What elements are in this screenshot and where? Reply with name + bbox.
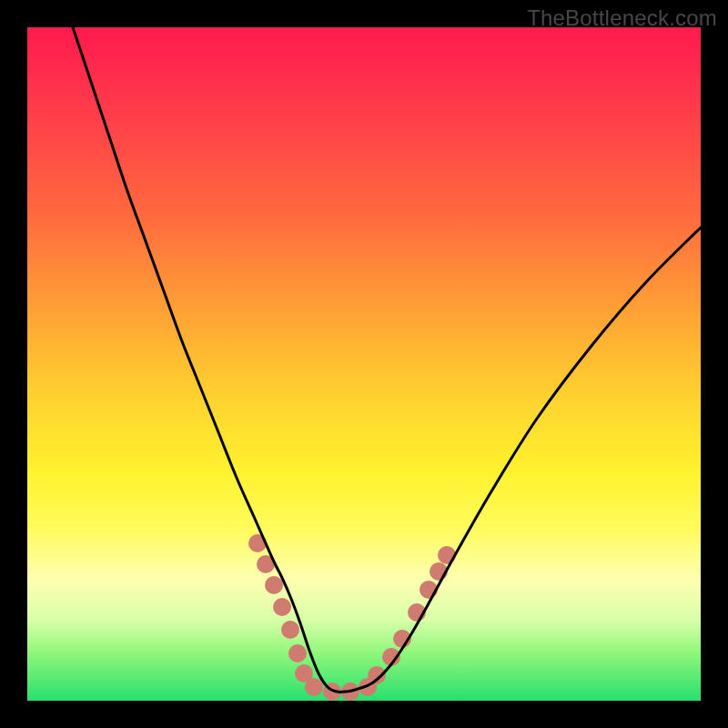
- curve-svg: [27, 27, 701, 701]
- gradient-plot-area: [27, 27, 701, 701]
- marker-dot: [438, 546, 456, 564]
- watermark-text: TheBottleneck.com: [527, 5, 717, 31]
- marker-dot: [273, 598, 291, 616]
- bottleneck-curve: [73, 27, 701, 692]
- marker-dot: [281, 621, 299, 639]
- marker-band: [248, 534, 456, 701]
- marker-dot: [265, 576, 283, 594]
- marker-dot: [305, 678, 323, 696]
- marker-dot: [288, 644, 307, 662]
